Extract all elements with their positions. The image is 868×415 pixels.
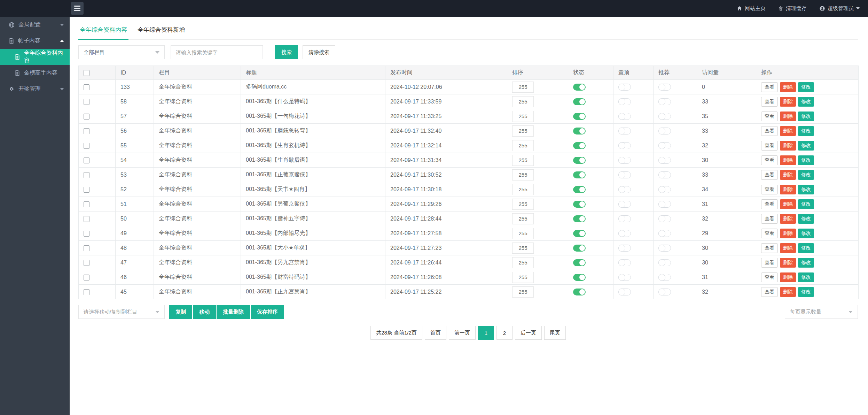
recommend-toggle[interactable]: [658, 142, 671, 149]
view-button[interactable]: 查看: [761, 229, 778, 238]
sort-input[interactable]: [512, 155, 534, 166]
row-checkbox[interactable]: [84, 216, 89, 222]
recommend-toggle[interactable]: [658, 171, 671, 178]
edit-button[interactable]: 修改: [798, 82, 814, 92]
edit-button[interactable]: 修改: [798, 243, 814, 253]
search-input[interactable]: [171, 45, 263, 59]
pagination-first[interactable]: 首页: [425, 326, 446, 340]
status-toggle[interactable]: [573, 171, 586, 178]
recommend-toggle[interactable]: [658, 157, 671, 164]
sort-input[interactable]: [512, 213, 534, 224]
move-copy-select[interactable]: 请选择移动/复制到栏目: [78, 305, 165, 319]
edit-button[interactable]: 修改: [798, 258, 814, 268]
delete-button[interactable]: 删除: [780, 97, 796, 107]
recommend-toggle[interactable]: [658, 289, 671, 295]
view-button[interactable]: 查看: [761, 199, 778, 209]
delete-button[interactable]: 删除: [780, 112, 796, 121]
status-toggle[interactable]: [573, 113, 586, 120]
delete-button[interactable]: 删除: [780, 141, 796, 151]
sidebar-item-gold-list-content[interactable]: 金榜高手内容: [0, 65, 70, 81]
recommend-toggle[interactable]: [658, 201, 671, 208]
top-toggle[interactable]: [618, 171, 631, 178]
delete-button[interactable]: 删除: [780, 272, 796, 282]
view-button[interactable]: 查看: [761, 185, 778, 194]
edit-button[interactable]: 修改: [798, 141, 814, 151]
row-checkbox[interactable]: [84, 99, 89, 105]
admin-user-menu[interactable]: 超级管理员: [819, 5, 860, 12]
delete-button[interactable]: 删除: [780, 155, 796, 165]
top-toggle[interactable]: [618, 230, 631, 237]
recommend-toggle[interactable]: [658, 245, 671, 252]
delete-button[interactable]: 删除: [780, 199, 796, 209]
sort-input[interactable]: [512, 272, 534, 283]
sort-input[interactable]: [512, 140, 534, 151]
edit-button[interactable]: 修改: [798, 155, 814, 165]
top-toggle[interactable]: [618, 142, 631, 149]
batch-delete-button[interactable]: 批量删除: [217, 305, 250, 319]
status-toggle[interactable]: [573, 186, 586, 193]
row-checkbox[interactable]: [84, 289, 89, 295]
recommend-toggle[interactable]: [658, 186, 671, 193]
row-checkbox[interactable]: [84, 187, 89, 193]
recommend-toggle[interactable]: [658, 274, 671, 281]
sort-input[interactable]: [512, 286, 534, 298]
sort-input[interactable]: [512, 96, 534, 107]
hamburger-menu-button[interactable]: [71, 2, 84, 15]
row-checkbox[interactable]: [84, 128, 89, 134]
row-checkbox[interactable]: [84, 114, 89, 120]
recommend-toggle[interactable]: [658, 113, 671, 120]
clear-search-button[interactable]: 清除搜索: [303, 45, 335, 59]
top-toggle[interactable]: [618, 289, 631, 295]
pagination-next[interactable]: 后一页: [515, 326, 542, 340]
recommend-toggle[interactable]: [658, 215, 671, 222]
sort-input[interactable]: [512, 243, 534, 254]
top-toggle[interactable]: [618, 157, 631, 164]
top-toggle[interactable]: [618, 245, 631, 252]
view-button[interactable]: 查看: [761, 243, 778, 253]
recommend-toggle[interactable]: [658, 128, 671, 135]
status-toggle[interactable]: [573, 201, 586, 208]
status-toggle[interactable]: [573, 245, 586, 252]
delete-button[interactable]: 删除: [780, 243, 796, 253]
view-button[interactable]: 查看: [761, 287, 778, 297]
edit-button[interactable]: 修改: [798, 185, 814, 194]
top-toggle[interactable]: [618, 84, 631, 91]
category-select[interactable]: 全部栏目: [78, 45, 165, 59]
delete-button[interactable]: 删除: [780, 170, 796, 180]
top-toggle[interactable]: [618, 128, 631, 135]
tab-annual-content-add[interactable]: 全年综合资料新增: [136, 26, 186, 40]
recommend-toggle[interactable]: [658, 84, 671, 91]
top-toggle[interactable]: [618, 215, 631, 222]
view-button[interactable]: 查看: [761, 170, 778, 180]
top-toggle[interactable]: [618, 259, 631, 266]
row-checkbox[interactable]: [84, 143, 89, 149]
delete-button[interactable]: 删除: [780, 258, 796, 268]
recommend-toggle[interactable]: [658, 230, 671, 237]
status-toggle[interactable]: [573, 274, 586, 281]
status-toggle[interactable]: [573, 142, 586, 149]
view-button[interactable]: 查看: [761, 126, 778, 136]
sort-input[interactable]: [512, 184, 534, 195]
view-button[interactable]: 查看: [761, 82, 778, 92]
edit-button[interactable]: 修改: [798, 287, 814, 297]
pagination-page[interactable]: 1: [478, 326, 494, 340]
row-checkbox[interactable]: [84, 275, 89, 280]
status-toggle[interactable]: [573, 289, 586, 295]
edit-button[interactable]: 修改: [798, 214, 814, 224]
view-button[interactable]: 查看: [761, 155, 778, 165]
top-toggle[interactable]: [618, 113, 631, 120]
edit-button[interactable]: 修改: [798, 126, 814, 136]
top-toggle[interactable]: [618, 186, 631, 193]
row-checkbox[interactable]: [84, 201, 89, 207]
top-toggle[interactable]: [618, 201, 631, 208]
top-toggle[interactable]: [618, 98, 631, 105]
sidebar-item-lottery-management[interactable]: 开奖管理: [0, 81, 70, 97]
status-toggle[interactable]: [573, 157, 586, 164]
edit-button[interactable]: 修改: [798, 97, 814, 107]
sort-input[interactable]: [512, 228, 534, 239]
edit-button[interactable]: 修改: [798, 272, 814, 282]
edit-button[interactable]: 修改: [798, 112, 814, 121]
delete-button[interactable]: 删除: [780, 229, 796, 238]
row-checkbox[interactable]: [84, 84, 89, 90]
row-checkbox[interactable]: [84, 245, 89, 251]
